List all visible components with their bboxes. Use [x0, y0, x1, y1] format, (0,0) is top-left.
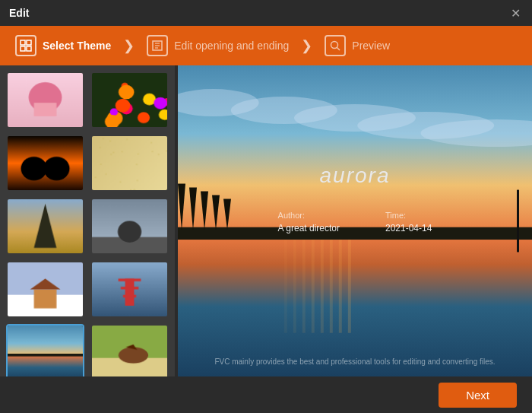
step-edit-opening[interactable]: Edit opening and ending — [147, 35, 289, 56]
step-arrow-1: ❯ — [123, 37, 135, 54]
title-bar: Edit ✕ — [0, 0, 532, 26]
preview-panel: aurora Author: A great director Time: 20… — [178, 65, 532, 376]
thumbnail-canvas-sand — [92, 136, 167, 190]
edit-opening-icon — [147, 35, 168, 56]
thumbnail-item-cupcake[interactable] — [6, 71, 84, 129]
preview-icon — [325, 35, 346, 56]
thumbnail-canvas-cupcake — [8, 73, 83, 127]
thumbnail-item-horse-racing[interactable] — [90, 324, 169, 376]
thumbnail-canvas-cabin-snow — [8, 262, 83, 316]
thumbnail-canvas-silhouette — [8, 136, 83, 190]
main-content: aurora Author: A great director Time: 20… — [0, 65, 532, 376]
thumbnail-item-pagoda[interactable] — [90, 261, 169, 318]
step-preview-label: Preview — [352, 40, 390, 52]
close-button[interactable]: ✕ — [508, 5, 523, 21]
thumbnail-canvas-motocross — [92, 199, 167, 253]
preview-footer-text: FVC mainly provides the best and profess… — [178, 357, 532, 366]
thumbnail-canvas-pagoda — [92, 262, 167, 316]
thumbnail-item-cabin-snow[interactable] — [6, 261, 84, 318]
thumbnail-canvas-sunset-lake — [8, 326, 83, 376]
select-theme-icon — [15, 35, 36, 56]
thumbnail-canvas-horse-racing — [92, 326, 167, 376]
step-arrow-2: ❯ — [301, 37, 312, 54]
thumbnail-item-eiffel[interactable] — [6, 198, 84, 255]
next-button[interactable]: Next — [439, 383, 517, 408]
svg-line-9 — [337, 48, 340, 51]
svg-rect-1 — [27, 40, 31, 45]
thumbnail-panel — [0, 65, 175, 376]
thumbnail-item-silhouette[interactable] — [6, 135, 84, 192]
thumbnail-item-flowers[interactable] — [90, 71, 169, 129]
thumbnail-item-sunset-lake[interactable] — [6, 324, 84, 376]
step-bar: Select Theme ❯ Edit opening and ending ❯… — [0, 26, 532, 65]
step-select-theme[interactable]: Select Theme — [15, 35, 111, 56]
svg-rect-3 — [27, 46, 31, 51]
svg-point-8 — [331, 42, 338, 49]
thumbnail-canvas-flowers — [92, 73, 167, 127]
footer: Next — [0, 376, 532, 413]
step-edit-opening-label: Edit opening and ending — [174, 40, 289, 52]
thumbnail-item-motocross[interactable] — [90, 198, 169, 255]
svg-rect-0 — [21, 40, 25, 45]
step-preview[interactable]: Preview — [325, 35, 390, 56]
preview-canvas — [178, 65, 532, 376]
thumbnail-canvas-eiffel — [8, 199, 83, 253]
window-title: Edit — [9, 7, 29, 19]
step-select-theme-label: Select Theme — [43, 40, 111, 52]
thumbnail-item-sand[interactable] — [90, 135, 169, 192]
svg-rect-2 — [21, 46, 25, 51]
